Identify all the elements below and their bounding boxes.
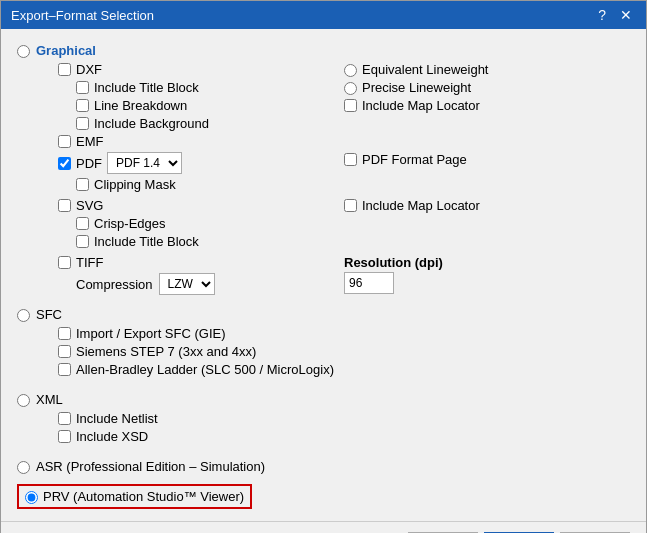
- pdf-version-select[interactable]: PDF 1.4: [107, 152, 182, 174]
- pdf-check-row: PDF PDF 1.4: [58, 152, 344, 174]
- pdf-label: PDF: [76, 156, 102, 171]
- graphical-col-left: DXF Include Title Block Lin: [58, 62, 344, 134]
- sfc-label: SFC: [36, 307, 62, 322]
- format-radio-group: Graphical DXF: [17, 43, 630, 509]
- equivalent-lineweight-label: Equivalent Lineweight: [362, 62, 488, 77]
- tiff-row: TIFF: [58, 255, 344, 270]
- pdf-format-page-label: PDF Format Page: [362, 152, 467, 167]
- graphical-col-right: Equivalent Lineweight Precise Lineweight…: [344, 62, 630, 134]
- resolution-row: Resolution (dpi): [344, 255, 630, 270]
- pdf-format-page-checkbox[interactable]: [344, 153, 357, 166]
- line-breakdown-row: Line Breakdown: [76, 98, 344, 113]
- include-xsd-checkbox[interactable]: [58, 430, 71, 443]
- prv-section: PRV (Automation Studio™ Viewer): [17, 484, 630, 509]
- dxf-options: Include Title Block Line Breakdown Inclu…: [76, 80, 344, 131]
- graphical-radio[interactable]: [17, 45, 30, 58]
- equivalent-lineweight-row: Equivalent Lineweight: [344, 62, 630, 77]
- close-button[interactable]: ✕: [616, 7, 636, 23]
- include-netlist-label: Include Netlist: [76, 411, 158, 426]
- equivalent-lineweight-radio[interactable]: [344, 64, 357, 77]
- asr-label: ASR (Professional Edition – Simulation): [36, 459, 265, 474]
- import-export-sfc-checkbox[interactable]: [58, 327, 71, 340]
- clipping-mask-row: Clipping Mask: [76, 177, 344, 192]
- include-title-block-label2: Include Title Block: [94, 234, 199, 249]
- tiff-col-left: TIFF Compression LZW: [58, 255, 344, 295]
- title-bar-controls: ? ✕: [594, 7, 636, 23]
- dxf-checkbox[interactable]: [58, 63, 71, 76]
- dxf-row: DXF: [58, 62, 344, 77]
- include-map-locator-label1: Include Map Locator: [362, 98, 480, 113]
- asr-radio[interactable]: [17, 461, 30, 474]
- compression-row: Compression LZW: [76, 273, 344, 295]
- sfc-radio[interactable]: [17, 309, 30, 322]
- graphical-content: DXF Include Title Block Lin: [58, 62, 630, 295]
- emf-row: EMF: [58, 134, 630, 149]
- help-button[interactable]: ?: [594, 7, 610, 23]
- precise-lineweight-radio[interactable]: [344, 82, 357, 95]
- pdf-checkbox[interactable]: [58, 157, 71, 170]
- svg-col-right: Include Map Locator: [344, 198, 630, 252]
- resolution-input-row: [344, 272, 630, 294]
- crisp-edges-checkbox[interactable]: [76, 217, 89, 230]
- xml-label: XML: [36, 392, 63, 407]
- svg-section: SVG Crisp-Edges Include Tit: [58, 198, 630, 252]
- xml-section: XML Include Netlist Include XSD: [17, 392, 630, 447]
- line-breakdown-checkbox[interactable]: [76, 99, 89, 112]
- resolution-input[interactable]: [344, 272, 394, 294]
- graphical-label: Graphical: [36, 43, 96, 58]
- tiff-section: TIFF Compression LZW: [58, 255, 630, 295]
- include-map-locator-checkbox2[interactable]: [344, 199, 357, 212]
- tiff-col-right: Resolution (dpi): [344, 255, 630, 295]
- svg-col-left: SVG Crisp-Edges Include Tit: [58, 198, 344, 252]
- include-title-block-checkbox2[interactable]: [76, 235, 89, 248]
- include-title-block-row2: Include Title Block: [76, 234, 344, 249]
- sfc-section: SFC Import / Export SFC (GIE) Siemens ST…: [17, 307, 630, 380]
- pdf-col-left: PDF PDF 1.4 Clipping Mask: [58, 152, 344, 195]
- include-netlist-row: Include Netlist: [58, 411, 630, 426]
- include-title-block-row: Include Title Block: [76, 80, 344, 95]
- include-map-locator-checkbox1[interactable]: [344, 99, 357, 112]
- include-background-row: Include Background: [76, 116, 344, 131]
- svg-options: Crisp-Edges Include Title Block: [76, 216, 344, 249]
- prv-label: PRV (Automation Studio™ Viewer): [43, 489, 244, 504]
- clipping-mask-checkbox[interactable]: [76, 178, 89, 191]
- xml-content: Include Netlist Include XSD: [58, 411, 630, 444]
- compression-select[interactable]: LZW: [159, 273, 215, 295]
- include-background-checkbox[interactable]: [76, 117, 89, 130]
- compression-label: Compression: [76, 277, 153, 292]
- pdf-section: PDF PDF 1.4 Clipping Mask: [58, 152, 630, 195]
- dialog-window: Export–Format Selection ? ✕ Graphical: [0, 0, 647, 533]
- asr-section: ASR (Professional Edition – Simulation): [17, 459, 630, 474]
- include-background-label: Include Background: [94, 116, 209, 131]
- include-map-locator-row2: Include Map Locator: [344, 198, 630, 213]
- clipping-mask-label: Clipping Mask: [94, 177, 176, 192]
- emf-checkbox[interactable]: [58, 135, 71, 148]
- import-export-sfc-row: Import / Export SFC (GIE): [58, 326, 630, 341]
- pdf-col-right: PDF Format Page: [344, 152, 630, 195]
- include-map-locator-label2: Include Map Locator: [362, 198, 480, 213]
- svg-row: SVG: [58, 198, 344, 213]
- crisp-edges-label: Crisp-Edges: [94, 216, 166, 231]
- title-bar: Export–Format Selection ? ✕: [1, 1, 646, 29]
- allen-bradley-checkbox[interactable]: [58, 363, 71, 376]
- dialog-title: Export–Format Selection: [11, 8, 154, 23]
- pdf-format-page-row: PDF Format Page: [344, 152, 630, 167]
- xml-radio[interactable]: [17, 394, 30, 407]
- import-export-sfc-label: Import / Export SFC (GIE): [76, 326, 226, 341]
- tiff-checkbox[interactable]: [58, 256, 71, 269]
- line-breakdown-label: Line Breakdown: [94, 98, 187, 113]
- siemens-step-label: Siemens STEP 7 (3xx and 4xx): [76, 344, 256, 359]
- include-title-block-checkbox[interactable]: [76, 81, 89, 94]
- graphical-two-col: DXF Include Title Block Lin: [58, 62, 630, 134]
- sfc-content: Import / Export SFC (GIE) Siemens STEP 7…: [58, 326, 630, 377]
- emf-label: EMF: [76, 134, 103, 149]
- svg-checkbox[interactable]: [58, 199, 71, 212]
- precise-lineweight-label: Precise Lineweight: [362, 80, 471, 95]
- include-netlist-checkbox[interactable]: [58, 412, 71, 425]
- dialog-footer: < Back Next > Cancel: [1, 521, 646, 533]
- siemens-step-checkbox[interactable]: [58, 345, 71, 358]
- allen-bradley-label: Allen-Bradley Ladder (SLC 500 / MicroLog…: [76, 362, 334, 377]
- prv-radio[interactable]: [25, 491, 38, 504]
- include-xsd-row: Include XSD: [58, 429, 630, 444]
- siemens-step-row: Siemens STEP 7 (3xx and 4xx): [58, 344, 630, 359]
